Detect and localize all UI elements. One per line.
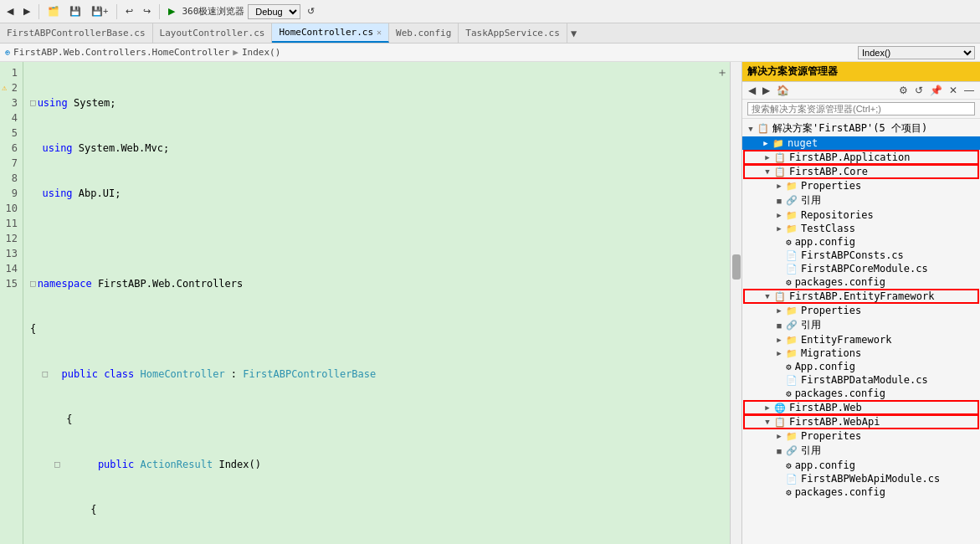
tree-item-core-pkgconfig[interactable]: ⚙ packages.config [742,275,980,289]
scroll-thumb[interactable] [732,254,741,280]
breadcrumb-icon: ⊕ [5,48,10,57]
sol-refresh-button[interactable]: ↺ [912,84,926,97]
vertical-scrollbar[interactable] [730,62,741,544]
ln-1: 1 [3,65,18,80]
tab-label: Web.config [396,28,451,38]
wa-props-icon: 📁 [786,431,798,442]
tab-overflow-button[interactable]: ▼ [567,23,580,43]
collapse-5[interactable]: □ [30,276,36,291]
back-button[interactable]: ◀ [3,4,17,18]
tab-firstabp-controller-base[interactable]: FirstABPControllerBase.cs [0,23,153,43]
collapse-7[interactable]: □ [42,367,48,382]
tree-item-migrations[interactable]: ▶ 📁 Migrations [742,346,980,360]
ef-props-label: Properties [801,305,861,316]
forward-button[interactable]: ▶ [20,4,33,18]
tab-web-config[interactable]: Web.config [389,23,459,43]
sol-collapse-button[interactable]: 📌 [927,84,945,97]
code-line-8: { [30,412,723,427]
code-line-3: using Abp.UI; [30,186,723,201]
toolbar: ◀ ▶ 🗂️ 💾 💾+ ↩ ↪ ▶ 360极速浏览器 Debug ↺ [0,0,980,23]
ln-15: 15 [3,276,18,291]
refresh-button[interactable]: ↺ [304,4,318,18]
ef-pkgconfig-icon: ⚙ [786,388,792,399]
start-debug-button[interactable]: ▶ [165,4,178,18]
tree-item-ef-pkgconfig[interactable]: ⚙ packages.config [742,387,980,400]
wa-module-icon: 📄 [786,474,798,485]
tree-item-core-appconfig[interactable]: ⚙ app.config [742,235,980,249]
ef-props-icon: 📁 [786,305,798,316]
tree-item-ef[interactable]: ▼ 📋 FirstABP.EntityFramework [744,290,978,303]
core-repos-label: Repositories [801,209,874,221]
tree-item-ef-props[interactable]: ▶ 📁 Properties [742,304,980,317]
save-all-button[interactable]: 💾+ [88,4,111,18]
tree-item-wa-pkg[interactable]: ⚙ packages.config [742,485,980,499]
app-arrow: ▶ [762,153,772,162]
ef-ref-arrow: ■ [774,321,784,330]
tree-item-web[interactable]: ▶ 🌐 FirstABP.Web [744,401,978,414]
sol-menu-button[interactable]: — [962,84,977,97]
tree-item-core[interactable]: ▼ 📋 FirstABP.Core [744,165,978,178]
code-lines: 1 ⚠ 2 3 4 5 6 7 8 9 10 11 12 13 14 15 [0,62,741,544]
sol-forward-button[interactable]: ▶ [760,84,772,97]
ln-8: 8 [3,171,18,186]
collapse-1[interactable]: □ [30,95,36,110]
ef-datamodule-icon: 📄 [786,375,798,386]
tab-layout-controller[interactable]: LayoutController.cs [153,23,273,43]
tree-item-nuget[interactable]: ▶ 📁 nuget [742,136,980,150]
tree-item-ef-ref[interactable]: ■ 🔗 引用 [742,317,980,333]
tree-item-core-repos[interactable]: ▶ 📁 Repositories [742,208,980,222]
ef-appconfig-label: App.config [795,361,855,372]
tree-item-wa-props[interactable]: ▶ 📁 Properites [742,429,980,443]
webapi-icon: 📋 [774,417,786,428]
wa-ref-icon: 🔗 [786,445,798,456]
breadcrumb-method[interactable]: Index() [242,47,280,58]
tree-item-application[interactable]: ▶ 📋 FirstABP.Application [744,151,978,164]
webapi-arrow: ▼ [762,418,772,426]
code-line-2: using System.Web.Mvc; [30,141,723,156]
tab-task-app-service[interactable]: TaskAppService.cs [459,23,567,43]
tree-item-ef-framework[interactable]: ▶ 📁 EntityFramework [742,333,980,346]
solution-root-icon: 📋 [757,123,769,134]
breadcrumb-dropdown[interactable]: Index() [858,46,975,59]
solution-root-item[interactable]: ▼ 📋 解决方案'FirstABP'(5 个项目) [742,121,980,136]
tree-item-wa-module[interactable]: 📄 FirstABPWebApiModule.cs [742,472,980,485]
tab-label: FirstABPControllerBase.cs [7,28,146,38]
tree-item-wa-appconfig[interactable]: ⚙ app.config [742,459,980,472]
browser-label: 360极速浏览器 [182,5,244,18]
add-line-button[interactable]: ＋ [716,65,728,80]
redo-button[interactable]: ↪ [140,4,154,18]
sol-home-button[interactable]: 🏠 [774,84,792,97]
solution-search-input[interactable] [747,102,975,115]
tab-close-icon[interactable]: ✕ [377,28,382,37]
save-button[interactable]: 💾 [66,4,85,18]
tab-home-controller[interactable]: HomeController.cs ✕ [272,23,389,43]
wa-ref-arrow: ■ [774,447,784,455]
tree-item-core-testclass[interactable]: ▶ 📁 TestClass [742,222,980,235]
sol-close-button[interactable]: ✕ [947,84,960,97]
tree-item-core-consts[interactable]: 📄 FirstABPConsts.cs [742,249,980,262]
code-editor[interactable]: 1 ⚠ 2 3 4 5 6 7 8 9 10 11 12 13 14 15 [0,62,741,544]
wa-pkg-label: packages.config [795,486,885,498]
line-numbers: 1 ⚠ 2 3 4 5 6 7 8 9 10 11 12 13 14 15 [0,62,23,544]
collapse-9[interactable]: □ [54,457,60,472]
tree-item-webapi[interactable]: ▼ 📋 FirstABP.WebApi [744,415,978,429]
wa-ref-label: 引用 [801,444,821,458]
ef-arrow: ▼ [762,292,772,300]
tree-item-core-coremodule[interactable]: 📄 FirstABPCoreModule.cs [742,262,980,275]
wa-appconfig-label: app.config [795,459,855,471]
tree-item-wa-ref[interactable]: ■ 🔗 引用 [742,443,980,459]
tree-item-core-ref[interactable]: ■ 🔗 引用 [742,192,980,208]
debug-mode-select[interactable]: Debug [248,4,300,19]
breadcrumb-path[interactable]: FirstABP.Web.Controllers.HomeController [13,47,229,58]
tree-item-core-properties[interactable]: ▶ 📁 Properties [742,179,980,192]
tree-item-ef-datamodule[interactable]: 📄 FirstABPDataModule.cs [742,373,980,387]
nuget-icon: 📁 [772,138,784,149]
tree-item-ef-appconfig[interactable]: ⚙ App.config [742,360,980,373]
sol-settings-button[interactable]: ⚙ [896,84,911,97]
core-consts-icon: 📄 [786,250,798,261]
sol-back-button[interactable]: ◀ [746,84,758,97]
undo-button[interactable]: ↩ [122,4,136,18]
code-line-9: □ public ActionResult Index() [30,457,723,472]
file-menu-button[interactable]: 🗂️ [44,4,63,18]
code-content[interactable]: □using System; using System.Web.Mvc; usi… [23,62,730,544]
